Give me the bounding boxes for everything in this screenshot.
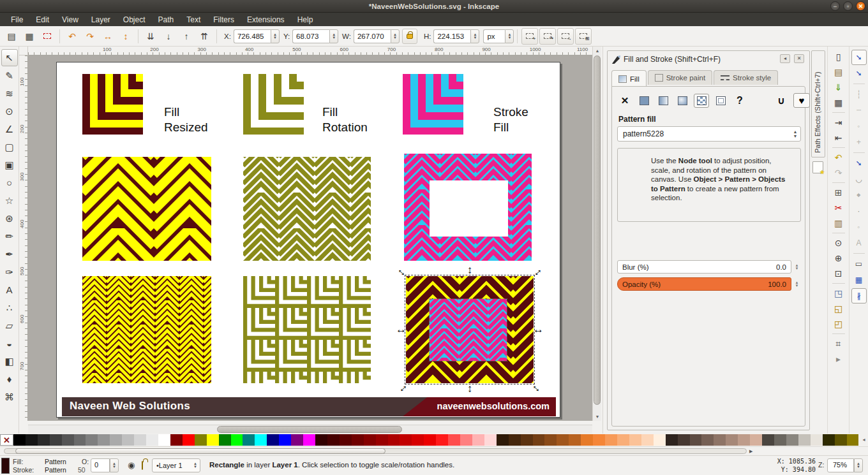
flip-horizontal-button[interactable]: ↔ — [100, 28, 116, 45]
color-swatch[interactable] — [544, 434, 557, 446]
tool-gradient[interactable]: ◧ — [1, 353, 18, 370]
color-swatch[interactable] — [26, 434, 38, 446]
color-swatch[interactable] — [762, 434, 774, 446]
color-swatch[interactable] — [243, 434, 255, 446]
snap-bbox-edges-button[interactable]: ┆ — [851, 87, 867, 102]
h-spinner[interactable]: ▲▼ — [470, 29, 479, 43]
pattern-swatch-fill-resized-tile[interactable] — [82, 74, 143, 135]
color-swatch[interactable] — [255, 434, 267, 446]
blur-slider[interactable]: Blur (%) 0.0 — [617, 260, 791, 274]
zoom-field[interactable]: 75% ▲▼ — [827, 458, 863, 472]
raise-button[interactable]: ↑ — [178, 28, 195, 45]
zoom-selection-button[interactable]: ⊙ — [830, 235, 847, 251]
color-swatch[interactable] — [340, 434, 352, 446]
zoom-spinner[interactable]: ▲▼ — [854, 458, 863, 472]
tool-ellipse[interactable]: ○ — [1, 174, 18, 191]
linear-gradient-button[interactable] — [655, 94, 671, 108]
layer-spinner[interactable]: ▲▼ — [191, 462, 200, 469]
layer-select[interactable]: •Layer 1 ▲▼ — [152, 458, 200, 472]
menu-layer[interactable]: Layer — [86, 14, 116, 26]
color-swatch[interactable] — [207, 434, 219, 446]
save-document-button[interactable]: ⇓ — [830, 80, 847, 95]
maximize-button[interactable]: ▫ — [843, 1, 853, 11]
swatch-button[interactable] — [713, 94, 728, 108]
pattern-rect-stroke-frame[interactable] — [404, 154, 532, 261]
color-swatch[interactable] — [388, 434, 400, 446]
tool-calligraphy[interactable]: ✑ — [1, 263, 18, 281]
white-fill-center[interactable] — [430, 180, 508, 237]
color-swatch[interactable] — [327, 434, 340, 446]
unit-select[interactable]: px▲▼ — [483, 29, 514, 43]
color-swatch[interactable] — [714, 434, 726, 446]
tab-stroke-style[interactable]: Stroke style — [714, 70, 778, 85]
color-swatch[interactable] — [267, 434, 279, 446]
color-swatch[interactable] — [811, 434, 823, 446]
color-swatch[interactable] — [146, 434, 158, 446]
tool-spray[interactable]: ∴ — [1, 299, 18, 316]
lower-button[interactable]: ↓ — [160, 28, 177, 45]
color-swatch[interactable] — [726, 434, 738, 446]
minimize-button[interactable]: – — [830, 1, 840, 11]
menu-help[interactable]: Help — [292, 14, 319, 26]
document-page[interactable]: FillResized FillRotation StrokeFill ↔ ↔ … — [56, 62, 560, 418]
menu-view[interactable]: View — [56, 14, 84, 26]
zoom-page-button[interactable]: ⊡ — [830, 266, 847, 281]
title-bar[interactable]: *NaveenWebSolutions.svg - Inkscape –▫✕ — [0, 0, 868, 13]
export-button[interactable]: ⇤ — [830, 130, 847, 145]
close-button[interactable]: ✕ — [856, 1, 865, 11]
swatch-none[interactable]: ✕ — [0, 434, 13, 446]
color-swatch[interactable] — [497, 434, 509, 446]
w-field[interactable]: 267.070▲▼ — [354, 29, 400, 43]
w-value[interactable]: 267.070 — [354, 29, 391, 43]
select-all-layers-button[interactable]: ▦ — [21, 28, 38, 45]
snap-cusp-nodes-button[interactable]: ∙ — [851, 203, 867, 219]
tool-selector[interactable]: ↖ — [1, 49, 18, 66]
color-swatch[interactable] — [219, 434, 231, 446]
color-swatch[interactable] — [569, 434, 581, 446]
color-swatch[interactable] — [376, 434, 388, 446]
color-swatch[interactable] — [605, 434, 617, 446]
pattern-rect-rotated[interactable] — [243, 157, 371, 261]
color-swatch[interactable] — [158, 434, 170, 446]
h-field[interactable]: 224.153▲▼ — [433, 29, 479, 43]
color-swatch[interactable] — [110, 434, 122, 446]
xml-editor-button[interactable]: ⌗ — [830, 336, 847, 351]
palette-scroll-thumb[interactable] — [15, 448, 385, 454]
pattern-button[interactable] — [694, 94, 709, 108]
combo-spinner-icon[interactable]: ▲▼ — [790, 129, 800, 138]
pattern-swatch-fill-rotation-tile[interactable] — [243, 74, 304, 135]
redo-button[interactable]: ↷ — [830, 165, 847, 180]
zoom-drawing-button[interactable]: ⊕ — [830, 251, 847, 266]
y-value[interactable]: 68.073 — [292, 29, 329, 43]
scale-handle-top[interactable]: ↕ — [467, 266, 473, 275]
opacity-slider[interactable]: Opacity (%) 100.0 — [617, 277, 791, 291]
object-opacity-field[interactable]: 0 ▲▼ — [91, 458, 119, 472]
color-swatch[interactable] — [13, 434, 26, 446]
color-swatch[interactable] — [701, 434, 714, 446]
fill-rule-evenodd-button[interactable]: ∪ — [773, 93, 789, 108]
y-spinner[interactable]: ▲▼ — [329, 29, 338, 43]
y-field[interactable]: 68.073▲▼ — [292, 29, 338, 43]
affect-gradients-button[interactable]: → — [557, 28, 574, 45]
lower-to-bottom-button[interactable]: ⇊ — [142, 28, 159, 45]
more-button[interactable]: ▸ — [830, 351, 847, 367]
stroke-width-value[interactable]: 50 — [78, 466, 86, 474]
tool-zoom[interactable]: ⊙ — [1, 103, 18, 120]
color-swatch[interactable] — [279, 434, 291, 446]
tool-dropper[interactable]: ♦ — [1, 370, 18, 388]
color-swatch[interactable] — [170, 434, 183, 446]
affect-patterns-button[interactable]: ⊞ — [575, 28, 592, 45]
tool-paint-bucket[interactable]: ◒ — [1, 335, 18, 352]
color-swatch[interactable] — [364, 434, 376, 446]
tab-stroke-paint[interactable]: Stroke paint — [648, 70, 712, 85]
label-stroke-fill[interactable]: StrokeFill — [493, 105, 528, 135]
color-swatch[interactable] — [315, 434, 327, 446]
print-button[interactable]: ▦ — [830, 95, 847, 110]
color-swatch[interactable] — [786, 434, 798, 446]
color-swatch[interactable] — [195, 434, 207, 446]
snap-guides-button[interactable]: ∦ — [851, 288, 867, 303]
color-swatch[interactable] — [678, 434, 690, 446]
unknown-paint-button[interactable]: ? — [732, 94, 747, 108]
scale-handle-bottom[interactable]: ↕ — [467, 384, 473, 393]
color-swatch[interactable] — [38, 434, 50, 446]
